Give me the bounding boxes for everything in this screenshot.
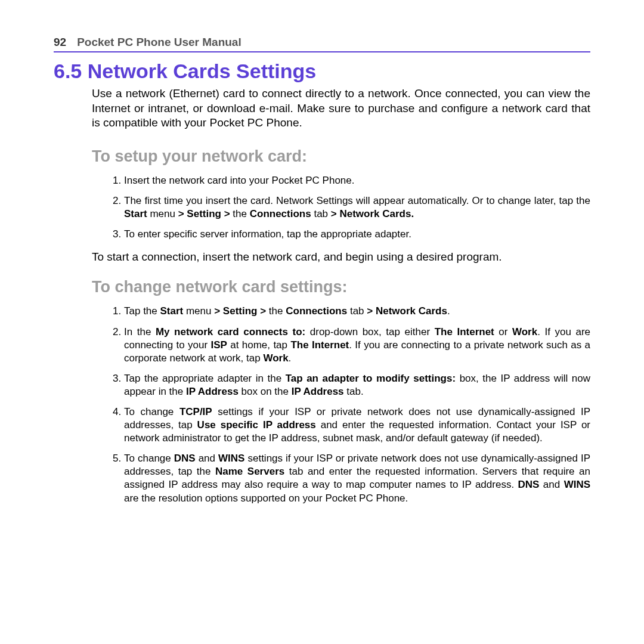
bold: > Network Cards <box>367 305 447 317</box>
bold: My network card connects to: <box>156 326 305 338</box>
text: are the resolution options supported on … <box>124 493 408 504</box>
change-step-1: Tap the Start menu > Setting > the Conne… <box>124 305 590 318</box>
text: To change <box>124 406 179 417</box>
bold: ISP <box>211 339 227 351</box>
bold: WINS <box>218 453 244 464</box>
text: menu <box>147 208 178 219</box>
bold: IP Address <box>292 386 344 397</box>
text: tab. <box>344 386 364 397</box>
text: at home, tap <box>227 339 290 351</box>
text: To change <box>124 453 174 464</box>
change-step-4: To change TCP/IP settings if your ISP or… <box>124 405 590 445</box>
text: drop-down box, tap either <box>305 326 434 338</box>
bold: DNS <box>174 453 196 464</box>
bold: Tap an adapter to modify settings: <box>286 373 456 384</box>
bold: Start <box>160 305 184 317</box>
text: and <box>539 479 564 490</box>
page-content: 92 Pocket PC Phone User Manual 6.5 Netwo… <box>0 0 644 538</box>
bold: IP Address <box>186 386 239 397</box>
change-heading: To change network card settings: <box>92 278 590 296</box>
bold: Name Servers <box>215 466 284 477</box>
page-number: 92 <box>54 36 66 49</box>
bold: Connections <box>250 208 311 219</box>
text: tab <box>347 305 367 317</box>
text: the <box>266 305 286 317</box>
running-head: 92 Pocket PC Phone User Manual <box>54 36 590 52</box>
bold: WINS <box>564 479 590 490</box>
section-heading: 6.5 Network Cards Settings <box>54 60 590 83</box>
setup-step-2: The first time you insert the card. Netw… <box>124 194 590 221</box>
bold: The Internet <box>290 339 349 351</box>
manual-title: Pocket PC Phone User Manual <box>77 36 242 49</box>
text: . <box>447 305 450 317</box>
text: or <box>494 326 512 338</box>
setup-step-1: Insert the network card into your Pocket… <box>124 174 590 187</box>
setup-step-3: To enter specific server information, ta… <box>124 228 590 241</box>
text: and <box>196 453 218 464</box>
text: . <box>289 352 292 364</box>
section-intro: Use a network (Ethernet) card to connect… <box>92 86 590 131</box>
bold: TCP/IP <box>179 406 212 417</box>
change-steps: Tap the Start menu > Setting > the Conne… <box>92 305 590 504</box>
text: Tap the appropriate adapter in the <box>124 373 286 384</box>
text: In the <box>124 326 156 338</box>
text: The first time you insert the card. Netw… <box>124 195 590 206</box>
setup-heading: To setup your network card: <box>92 147 590 166</box>
bold: > Network Cards. <box>331 208 414 219</box>
text: the <box>230 208 250 219</box>
text: Tap the <box>124 305 160 317</box>
change-step-2: In the My network card connects to: drop… <box>124 326 590 365</box>
bold: Work <box>263 352 288 364</box>
bold: Use specific IP address <box>197 419 316 431</box>
bold: > Setting > <box>178 208 230 219</box>
bold: Start <box>124 208 147 219</box>
change-step-3: Tap the appropriate adapter in the Tap a… <box>124 372 590 398</box>
bold: DNS <box>518 479 540 490</box>
change-step-5: To change DNS and WINS settings if your … <box>124 452 590 504</box>
text: tab <box>311 208 331 219</box>
bold: The Internet <box>435 326 494 338</box>
setup-steps: Insert the network card into your Pocket… <box>92 174 590 241</box>
setup-after: To start a connection, insert the networ… <box>92 250 590 264</box>
text: menu <box>183 305 214 317</box>
bold: Work <box>512 326 537 338</box>
text: box on the <box>239 386 292 397</box>
bold: > Setting > <box>214 305 266 317</box>
bold: Connections <box>286 305 347 317</box>
